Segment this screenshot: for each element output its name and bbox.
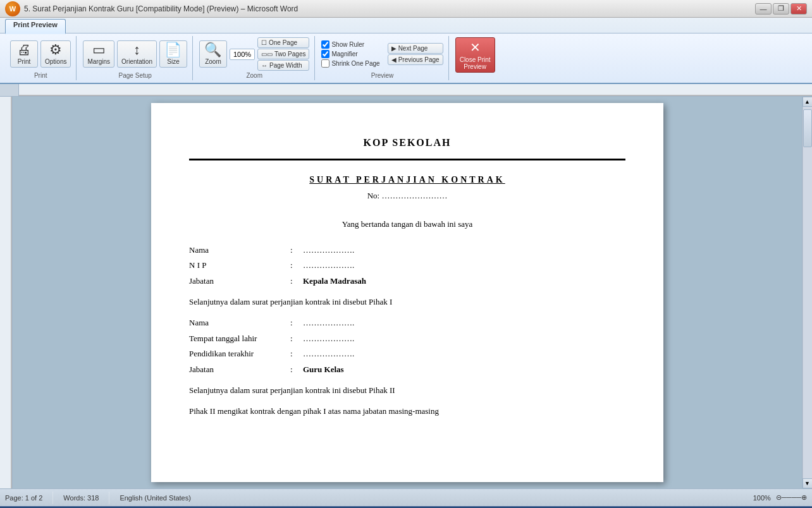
field-value-nama1: ………………. (303, 244, 625, 257)
section2-text: Selanjutnya dalam surat perjanjian kontr… (189, 384, 625, 397)
options-button[interactable]: ⚙ Options (40, 40, 71, 68)
field-value-jabatan2: Guru Kelas (303, 363, 625, 377)
print-label: Print (18, 58, 31, 65)
field-value-ttl: ………………. (303, 332, 625, 346)
title-bar-left: W 5. Surat Perjanjian Kontrak Guru [Comp… (5, 1, 298, 16)
page-width-button[interactable]: ↔ Page Width (257, 60, 309, 71)
office-orb-icon[interactable]: W (5, 1, 20, 16)
horizontal-ruler (19, 84, 812, 96)
field-colon-ttl: : (290, 332, 303, 346)
tab-print-preview[interactable]: Print Preview (5, 19, 66, 34)
zoom-slider-icon: ⊝────⊕ (776, 493, 807, 502)
field-colon-jabatan1: : (290, 275, 303, 288)
page-width-icon: ↔ (261, 62, 268, 69)
section1-text: Selanjutnya dalam surat perjanjian kontr… (189, 296, 625, 309)
doc-area: KOP SEKOLAH SURAT PERJANJIAN KONTRAK No:… (13, 97, 802, 488)
size-button[interactable]: 📄 Size (159, 40, 187, 68)
previous-page-button[interactable]: ◀ Previous Page (388, 54, 443, 65)
shrink-one-page-checkbox[interactable]: Shrink One Page (321, 59, 379, 68)
field-label-nip: N I P (189, 259, 290, 272)
ruler-corner (0, 84, 19, 96)
orientation-label: Orientation (121, 58, 152, 65)
two-pages-button[interactable]: ▭▭ Two Pages (257, 49, 309, 59)
table-row: Jabatan : Guru Kelas (189, 363, 625, 377)
field-label-pendidikan: Pendidikan terakhir (189, 348, 290, 361)
status-divider1 (52, 492, 53, 504)
field-colon-pendidikan: : (290, 348, 303, 361)
zoom-group-label: Zoom (246, 72, 262, 79)
one-page-icon: ☐ (261, 39, 267, 46)
status-divider2 (109, 492, 109, 504)
scroll-track[interactable] (803, 107, 812, 478)
table-row: Pendidikan terakhir : ………………. (189, 348, 625, 361)
nav-buttons: ▶ Next Page ◀ Previous Page (388, 43, 443, 65)
print-icon: 🖨 (17, 43, 31, 57)
zoom-icon: 🔍 (204, 43, 221, 57)
ruler-svg (19, 84, 812, 96)
field-label-jabatan2: Jabatan (189, 363, 290, 377)
magnifier-checkbox[interactable]: Magnifier (321, 50, 379, 58)
scroll-up-button[interactable]: ▲ (803, 97, 813, 107)
ribbon-group-zoom: 🔍 Zoom 100% ☐ One Page ▭▭ Two Pages ↔ (194, 36, 315, 80)
print-group-label: Print (34, 72, 47, 79)
preview-inner: Show Ruler Magnifier Shrink One Page (321, 40, 379, 68)
print-buttons: 🖨 Print ⚙ Options (10, 37, 71, 71)
field-colon-nip: : (290, 259, 303, 272)
kop-sekolah: KOP SEKOLAH (189, 135, 625, 151)
page-setup-buttons: ▭ Margins ↕ Orientation 📄 Size (83, 37, 187, 71)
field-value-nip: ………………. (303, 259, 625, 272)
page-status: Page: 1 of 2 (5, 494, 42, 502)
field-label-ttl: Tempat tanggal lahir (189, 332, 290, 346)
zoom-button[interactable]: 🔍 Zoom (199, 40, 227, 68)
header-divider (189, 159, 625, 160)
field-label-jabatan1: Jabatan (189, 275, 290, 288)
close-button[interactable]: ✕ (790, 3, 807, 15)
ribbon-group-preview: Show Ruler Magnifier Shrink One Page ▶ N… (316, 36, 448, 80)
ribbon-tabs: Print Preview (0, 18, 812, 33)
shrink-one-page-input[interactable] (321, 59, 329, 68)
scroll-down-button[interactable]: ▼ (803, 478, 813, 488)
document-page: KOP SEKOLAH SURAT PERJANJIAN KONTRAK No:… (151, 103, 663, 482)
margins-button[interactable]: ▭ Margins (83, 40, 114, 68)
scroll-thumb[interactable] (803, 109, 812, 147)
magnifier-input[interactable] (321, 50, 329, 58)
next-page-button[interactable]: ▶ Next Page (388, 43, 443, 54)
one-page-button[interactable]: ☐ One Page (257, 37, 309, 48)
field-value-nama2: ………………. (303, 317, 625, 330)
field-label-nama1: Nama (189, 244, 290, 257)
minimize-button[interactable]: — (755, 3, 772, 15)
zoom-status: 100% (753, 494, 771, 502)
field-colon-nama2: : (290, 317, 303, 330)
language-status: English (United States) (120, 494, 191, 502)
table-row: Nama : ………………. (189, 244, 625, 257)
print-button[interactable]: 🖨 Print (10, 40, 38, 68)
table-row: Nama : ………………. (189, 317, 625, 330)
window-controls: — ❐ ✕ (755, 3, 807, 15)
vertical-ruler-svg (0, 97, 12, 488)
field-label-nama2: Nama (189, 317, 290, 330)
restore-button[interactable]: ❐ (773, 3, 789, 15)
orientation-button[interactable]: ↕ Orientation (117, 40, 157, 68)
zoom-stacked: ☐ One Page ▭▭ Two Pages ↔ Page Width (257, 37, 309, 71)
main-area: KOP SEKOLAH SURAT PERJANJIAN KONTRAK No:… (0, 97, 812, 488)
ribbon-body: 🖨 Print ⚙ Options Print ▭ Margins ↕ Ori (0, 33, 812, 83)
zoom-value: 100% (230, 49, 255, 60)
preview-buttons: Show Ruler Magnifier Shrink One Page ▶ N… (321, 37, 443, 71)
intro-text: Yang bertanda tangan di bawah ini saya (189, 218, 625, 231)
window-title: 5. Surat Perjanjian Kontrak Guru [Compat… (24, 4, 298, 13)
prev-page-icon: ◀ (391, 56, 397, 63)
ribbon-group-page-setup: ▭ Margins ↕ Orientation 📄 Size Page Setu… (78, 36, 193, 80)
close-print-preview-button[interactable]: ✕ Close Print Preview (455, 37, 495, 73)
show-ruler-checkbox[interactable]: Show Ruler (321, 40, 379, 49)
options-label: Options (45, 58, 66, 65)
next-page-icon: ▶ (391, 45, 397, 52)
vertical-ruler (0, 97, 13, 488)
status-bar: Page: 1 of 2 Words: 318 English (United … (0, 488, 812, 506)
page-width-label: Page Width (269, 62, 302, 69)
show-ruler-input[interactable] (321, 40, 329, 49)
one-page-label: One Page (269, 39, 297, 46)
field-value-jabatan1: Kepala Madrasah (303, 275, 625, 288)
vertical-scrollbar[interactable]: ▲ ▼ (802, 97, 812, 488)
margins-icon: ▭ (92, 43, 106, 57)
close-preview-label: Close Print Preview (460, 56, 491, 70)
